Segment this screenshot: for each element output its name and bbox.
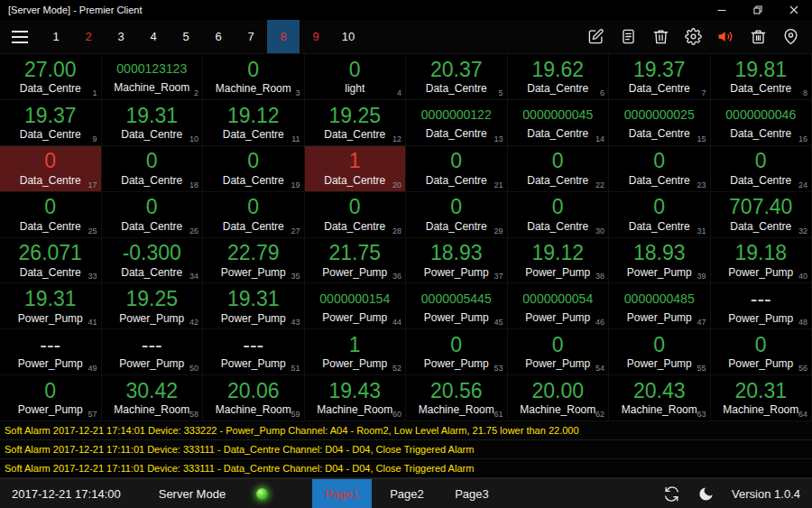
- sync-icon[interactable]: [663, 485, 680, 503]
- page-number-4[interactable]: 4: [137, 20, 170, 53]
- grid-cell-12[interactable]: 19.25Data_Centre12: [305, 100, 407, 146]
- grid-cell-33[interactable]: 26.071Data_Centre33: [0, 238, 102, 284]
- grid-cell-25[interactable]: 0Data_Centre25: [0, 192, 102, 238]
- menu-button[interactable]: [0, 20, 40, 53]
- toolbar: 12345678910: [0, 20, 812, 54]
- grid-cell-18[interactable]: 0Data_Centre18: [102, 146, 204, 192]
- clear-alarm-icon[interactable]: [750, 28, 767, 45]
- page-number-7[interactable]: 7: [235, 20, 267, 53]
- grid-cell-30[interactable]: 0Data_Centre30: [508, 192, 610, 238]
- page-number-5[interactable]: 5: [170, 20, 202, 53]
- cell-value: 0: [755, 149, 767, 172]
- grid-cell-39[interactable]: 18.93Power_Pump39: [609, 238, 711, 284]
- settings-icon[interactable]: [685, 28, 702, 45]
- grid-cell-49[interactable]: ---Power_Pump49: [0, 329, 102, 375]
- grid-cell-55[interactable]: 0Power_Pump55: [609, 329, 711, 375]
- grid-cell-24[interactable]: 0Data_Centre24: [711, 146, 812, 192]
- grid-cell-47[interactable]: 0000000485Power_Pump47: [609, 283, 711, 329]
- grid-cell-45[interactable]: 0000005445Power_Pump45: [406, 283, 508, 329]
- page-number-1[interactable]: 1: [40, 20, 72, 53]
- grid-cell-63[interactable]: 20.43Machine_Room63: [609, 375, 711, 421]
- page-number-9[interactable]: 9: [300, 20, 332, 53]
- grid-cell-6[interactable]: 19.62Data_Centre6: [508, 54, 610, 100]
- grid-cell-54[interactable]: 0Power_Pump54: [508, 329, 610, 375]
- grid-cell-40[interactable]: 19.18Power_Pump40: [711, 238, 812, 284]
- grid-cell-42[interactable]: 19.25Power_Pump42: [102, 283, 204, 329]
- grid-cell-1[interactable]: 27.00Data_Centre1: [0, 54, 102, 100]
- grid-cell-3[interactable]: 0Machine_Room3: [203, 54, 305, 100]
- night-mode-icon[interactable]: [697, 485, 715, 503]
- page-number-8[interactable]: 8: [267, 20, 300, 53]
- grid-cell-56[interactable]: 0Power_Pump56: [711, 329, 812, 375]
- grid-cell-23[interactable]: 0Data_Centre23: [609, 146, 711, 192]
- grid-cell-38[interactable]: 19.12Power_Pump38: [508, 238, 610, 284]
- grid-cell-22[interactable]: 0Data_Centre22: [508, 146, 610, 192]
- grid-cell-37[interactable]: 18.93Power_Pump37: [406, 238, 508, 284]
- page-number-2[interactable]: 2: [72, 20, 105, 53]
- alarm-log-line[interactable]: Soft Alarm 2017-12-21 17:11:01 Device: 3…: [0, 440, 812, 459]
- grid-cell-15[interactable]: 0000000025Data_Centre15: [609, 100, 711, 146]
- grid-cell-32[interactable]: 707.40Data_Centre32: [711, 192, 812, 238]
- grid-cell-2[interactable]: 0000123123Machine_Room2: [102, 54, 204, 100]
- page-number-3[interactable]: 3: [105, 20, 137, 53]
- grid-cell-13[interactable]: 0000000122Data_Centre13: [406, 100, 508, 146]
- grid-cell-64[interactable]: 20.31Machine_Room64: [711, 375, 812, 421]
- page-number-6[interactable]: 6: [202, 20, 235, 53]
- grid-cell-41[interactable]: 19.31Power_Pump41: [0, 283, 102, 329]
- grid-cell-8[interactable]: 19.81Data_Centre8: [711, 54, 812, 100]
- grid-cell-29[interactable]: 0Data_Centre29: [406, 192, 508, 238]
- grid-cell-28[interactable]: 0Data_Centre28: [305, 192, 407, 238]
- grid-cell-36[interactable]: 21.75Power_Pump36: [305, 238, 407, 284]
- tab-page2[interactable]: Page2: [377, 479, 437, 508]
- restore-button[interactable]: [740, 0, 776, 20]
- cell-value: 0: [247, 195, 259, 218]
- alarm-log-line[interactable]: Soft Alarm 2017-12-21 17:11:01 Device: 3…: [0, 459, 812, 478]
- grid-cell-4[interactable]: 0light4: [305, 54, 407, 100]
- grid-cell-35[interactable]: 22.79Power_Pump35: [203, 238, 305, 284]
- trash-icon[interactable]: [652, 28, 669, 45]
- grid-cell-34[interactable]: -0.300Data_Centre34: [102, 238, 204, 284]
- grid-cell-43[interactable]: 19.31Power_Pump43: [203, 283, 305, 329]
- grid-cell-59[interactable]: 20.06Machine_Room59: [203, 375, 305, 421]
- location-icon[interactable]: [782, 28, 799, 45]
- grid-cell-52[interactable]: 1Power_Pump52: [305, 329, 407, 375]
- grid-cell-27[interactable]: 0Data_Centre27: [203, 192, 305, 238]
- grid-cell-62[interactable]: 20.00Machine_Room62: [508, 375, 610, 421]
- menu-icon: [12, 31, 28, 43]
- grid-cell-44[interactable]: 0000000154Power_Pump44: [305, 283, 407, 329]
- grid-cell-57[interactable]: 0Power_Pump57: [0, 375, 102, 421]
- close-button[interactable]: [776, 0, 812, 20]
- grid-cell-51[interactable]: ---Power_Pump51: [203, 329, 305, 375]
- grid-cell-11[interactable]: 19.12Data_Centre11: [203, 100, 305, 146]
- tab-page1[interactable]: Page1: [312, 479, 372, 508]
- grid-cell-14[interactable]: 0000000045Data_Centre14: [508, 100, 610, 146]
- page-tabs: Page1Page2Page3: [312, 479, 507, 508]
- grid-cell-16[interactable]: 0000000046Data_Centre16: [711, 100, 812, 146]
- minimize-button[interactable]: [704, 0, 740, 20]
- grid-cell-48[interactable]: ---Power_Pump48: [711, 283, 812, 329]
- grid-cell-53[interactable]: 0Power_Pump53: [406, 329, 508, 375]
- grid-cell-46[interactable]: 0000000054Power_Pump46: [508, 283, 610, 329]
- grid-cell-50[interactable]: ---Power_Pump50: [102, 329, 204, 375]
- cell-value: 0: [44, 195, 56, 218]
- grid-cell-10[interactable]: 19.31Data_Centre10: [102, 100, 204, 146]
- tab-page3[interactable]: Page3: [442, 479, 502, 508]
- grid-cell-61[interactable]: 20.56Machine_Room61: [406, 375, 508, 421]
- grid-cell-20[interactable]: 1Data_Centre20: [305, 146, 407, 192]
- cell-value: 19.37: [24, 104, 77, 127]
- speaker-icon[interactable]: [717, 28, 734, 45]
- grid-cell-5[interactable]: 20.37Data_Centre5: [406, 54, 508, 100]
- page-number-10[interactable]: 10: [332, 20, 364, 53]
- grid-cell-26[interactable]: 0Data_Centre26: [102, 192, 204, 238]
- grid-cell-7[interactable]: 19.37Data_Centre7: [609, 54, 711, 100]
- document-icon[interactable]: [620, 28, 637, 45]
- grid-cell-58[interactable]: 30.42Machine_Room58: [102, 375, 204, 421]
- alarm-log-line[interactable]: Soft Alarm 2017-12-21 17:14:01 Device: 3…: [0, 421, 812, 440]
- grid-cell-31[interactable]: 0Data_Centre31: [609, 192, 711, 238]
- grid-cell-19[interactable]: 0Data_Centre19: [203, 146, 305, 192]
- grid-cell-9[interactable]: 19.37Data_Centre9: [0, 100, 102, 146]
- grid-cell-60[interactable]: 19.43Machine_Room60: [305, 375, 407, 421]
- edit-icon[interactable]: [587, 28, 604, 45]
- grid-cell-17[interactable]: 0Data_Centre17: [0, 146, 102, 192]
- grid-cell-21[interactable]: 0Data_Centre21: [406, 146, 508, 192]
